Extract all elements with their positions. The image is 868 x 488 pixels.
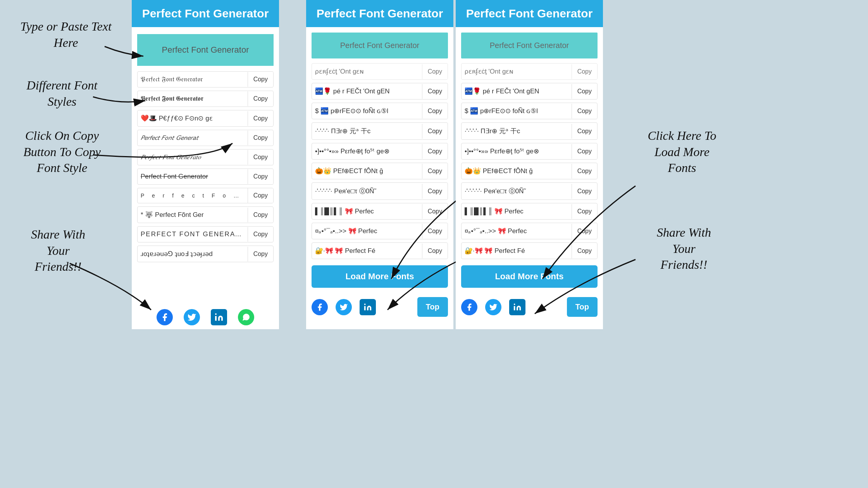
copy-button[interactable]: Copy [248, 72, 273, 87]
annotation-type-paste: Type or Paste TextHere [12, 19, 120, 51]
font-text: •]••°°•»» Pεrfe⊕ţ fo⁵ᵗ ge⊗ [462, 143, 572, 159]
copy-button[interactable]: Copy [422, 124, 448, 139]
font-row: $ 🏧 p⊕rFE⊙⊙ foÑt ɢ⑤l Copy [312, 103, 448, 119]
load-more-button[interactable]: Load More Fonts [312, 265, 448, 288]
social-top-row-right-2: Top [456, 292, 603, 320]
font-text: ▌║█║▌║ 🎀 Perfec [312, 203, 422, 219]
font-row: ɹoʇɐɹǝuǝ⅁ ʇuoℲ ʇɔǝɟɹǝd Copy [137, 246, 274, 262]
font-row: 🔐·🎀 🎀 Perfect Fé Copy [312, 242, 448, 259]
font-row: ▌║█║▌║ 🎀 Perfec Copy [312, 203, 448, 220]
font-row: •]••°°•»» Pεrfe⊕ţ fo⁵ᵗ ge⊗ Copy [312, 143, 448, 160]
font-text: ¤ₐ•°¯ₐ•..>> 🎀 Perfec [462, 223, 572, 239]
copy-button[interactable]: Copy [572, 144, 597, 159]
copy-button[interactable]: Copy [248, 169, 273, 184]
annotation-click-copy: Click On CopyButton To CopyFont Style [12, 128, 112, 176]
social-icons-right-2 [461, 299, 525, 315]
font-text: ❤️🎩 P€ƒƒ€⊙ F⊙n⊙ gɛ [138, 110, 248, 126]
twitter-icon-right-2[interactable] [485, 299, 501, 315]
font-text: 🔐·🎀 🎀 Perfect Fé [462, 243, 572, 259]
svg-point-0 [215, 313, 217, 315]
font-row: ·'·'·'·'· ΠƎr⊕ 元ᵃ 干c Copy [461, 122, 598, 140]
font-text: 🏧🌹 pé r FEČt 'Ont gEN [312, 83, 422, 99]
font-row: ·'·'·'·'·'· Pея'e□τ ⓪0Ñ˜ Copy [461, 182, 598, 200]
font-text: 𝕻𝖊𝖗𝖋𝖊𝖈𝖙 𝕱𝖔𝖓𝖙 𝕲𝖊𝖓𝖊𝖗𝖆𝖙𝖔𝖗 [138, 91, 248, 107]
font-text: 𝘗𝘦𝘳𝘧𝘦𝘤𝘵 𝘍𝘰𝘯𝘵 𝘎𝘦𝘯𝘦𝘳𝘢𝘵 [138, 130, 248, 146]
font-row: ▌║█║▌║ 🎀 Perfec Copy [461, 203, 598, 220]
font-text: ▌║█║▌║ 🎀 Perfec [462, 203, 572, 219]
right-panel: Perfect Font Generator Perfect Font Gene… [306, 0, 453, 329]
font-row: 🏧🌹 pé r FEČt 'Ont gEN Copy [312, 83, 448, 100]
facebook-icon[interactable] [157, 309, 173, 325]
font-text: 𝔓𝔢𝔯𝔣𝔢𝔠𝔱 𝔉𝔬𝔫𝔱 𝔊𝔢𝔫𝔢𝔯𝔞𝔱𝔬𝔯 [138, 72, 248, 87]
annotation-share-left: Share WithYourFriends!! [12, 227, 105, 275]
copy-button[interactable]: Copy [422, 204, 448, 219]
top-button-2[interactable]: Top [567, 297, 598, 317]
font-row: P e r f e c t F o n t Copy [137, 188, 274, 203]
font-row: PERFECT FONT GENERATOR Copy [137, 226, 274, 242]
font-text: ·'·'·'·'·'· Pея'e□τ ⓪0Ñ˜ [462, 183, 572, 199]
copy-button[interactable]: Copy [422, 224, 448, 239]
linkedin-icon-right[interactable] [360, 299, 376, 315]
copy-button[interactable]: Copy [572, 124, 597, 139]
copy-button[interactable]: Copy [422, 64, 448, 79]
copy-button[interactable]: Copy [422, 84, 448, 99]
font-row: 𝔓𝔢𝔯𝔣𝔢𝔠𝔱 𝔉𝔬𝔫𝔱 𝔊𝔢𝔫𝔢𝔯𝔞𝔱𝔬𝔯 Copy [137, 71, 274, 88]
font-text: $ 🏧 p⊕rFE⊙⊙ foÑt ɢ⑤l [462, 103, 572, 119]
font-row: 🔐·🎀 🎀 Perfect Fé Copy [461, 242, 598, 259]
copy-button[interactable]: Copy [422, 164, 448, 179]
font-row: 𝑃𝑒𝑟𝑓𝑒𝑐𝑡 𝐹𝑜𝑛𝑡 𝐺𝑒𝑛𝑒𝑟𝑎𝑡𝑜 Copy [137, 149, 274, 165]
copy-button[interactable]: Copy [572, 164, 597, 179]
font-row: 𝘗𝘦𝘳𝘧𝘦𝘤𝘵 𝘍𝘰𝘯𝘵 𝘎𝘦𝘯𝘦𝘳𝘢𝘵 Copy [137, 130, 274, 146]
linkedin-icon-right-2[interactable] [509, 299, 525, 315]
svg-point-1 [364, 303, 366, 305]
font-row: 𝕻𝖊𝖗𝖋𝖊𝖈𝖙 𝕱𝖔𝖓𝖙 𝕲𝖊𝖓𝖊𝖗𝖆𝖙𝖔𝖗 Copy [137, 91, 274, 107]
copy-button[interactable]: Copy [422, 244, 448, 258]
right-panel-2-header: Perfect Font Generator [456, 0, 603, 27]
font-text: P e r f e c t F o n t [138, 189, 248, 203]
copy-button[interactable]: Copy [248, 131, 273, 145]
copy-button[interactable]: Copy [248, 111, 273, 126]
font-row: Perfect Font Generator Copy [137, 168, 274, 185]
copy-button[interactable]: Copy [248, 188, 273, 203]
load-more-button-2[interactable]: Load More Fonts [461, 265, 598, 288]
copy-button[interactable]: Copy [422, 184, 448, 199]
font-row: ¤ₐ•°¯ₐ•..>> 🎀 Perfec Copy [461, 223, 598, 239]
font-text: 🎃👑 ΡEf⊕ECT fÔNt ğ [462, 163, 572, 179]
font-text: 🔐·🎀 🎀 Perfect Fé [312, 243, 422, 259]
right2-input-display: Perfect Font Generator [461, 33, 598, 58]
twitter-icon[interactable] [184, 309, 200, 325]
facebook-icon-right-2[interactable] [461, 299, 477, 315]
copy-button[interactable]: Copy [572, 104, 597, 119]
top-button[interactable]: Top [417, 297, 448, 317]
font-text: Perfect Font Generator [138, 169, 248, 184]
whatsapp-icon[interactable] [238, 309, 254, 325]
copy-button[interactable]: Copy [248, 91, 273, 106]
copy-button[interactable]: Copy [572, 244, 597, 258]
font-text: 🏧🌹 pé r FEČt 'Ont gEN [462, 83, 572, 99]
text-input[interactable] [137, 34, 274, 66]
twitter-icon-right[interactable] [336, 299, 352, 315]
copy-button[interactable]: Copy [248, 208, 273, 222]
copy-button[interactable]: Copy [248, 247, 273, 261]
copy-button[interactable]: Copy [422, 104, 448, 119]
linkedin-icon[interactable] [211, 309, 227, 325]
copy-button[interactable]: Copy [248, 150, 273, 165]
font-row: 🏧🌹 pé r FEČt 'Ont gEN Copy [461, 83, 598, 100]
left-panel-header: Perfect Font Generator [132, 0, 279, 27]
copy-button[interactable]: Copy [572, 84, 597, 99]
copy-button[interactable]: Copy [572, 64, 597, 79]
font-row: * 🐺 Perfect Fõnt Ger Copy [137, 206, 274, 223]
font-row-partial: ρɛʀʄɛċţ 'Ont gɛɴ Copy [312, 63, 448, 80]
copy-button[interactable]: Copy [248, 227, 273, 242]
social-top-row-right: Top [306, 292, 453, 320]
font-row: ·'·'·'·'·'· Pея'e□τ ⓪0Ñ˜ Copy [312, 182, 448, 200]
copy-button[interactable]: Copy [422, 144, 448, 159]
copy-button[interactable]: Copy [572, 184, 597, 199]
social-row-left [132, 303, 279, 329]
facebook-icon-right[interactable] [312, 299, 328, 315]
copy-button[interactable]: Copy [572, 224, 597, 239]
copy-button[interactable]: Copy [572, 204, 597, 219]
font-text: ρɛʀʄɛċţ 'Ont gɛɴ [462, 64, 572, 79]
font-row: •]••°°•»» Pεrfe⊕ţ fo⁵ᵗ ge⊗ Copy [461, 143, 598, 160]
font-text: ¤ₐ•°¯ₐ•..>> 🎀 Perfec [312, 223, 422, 239]
